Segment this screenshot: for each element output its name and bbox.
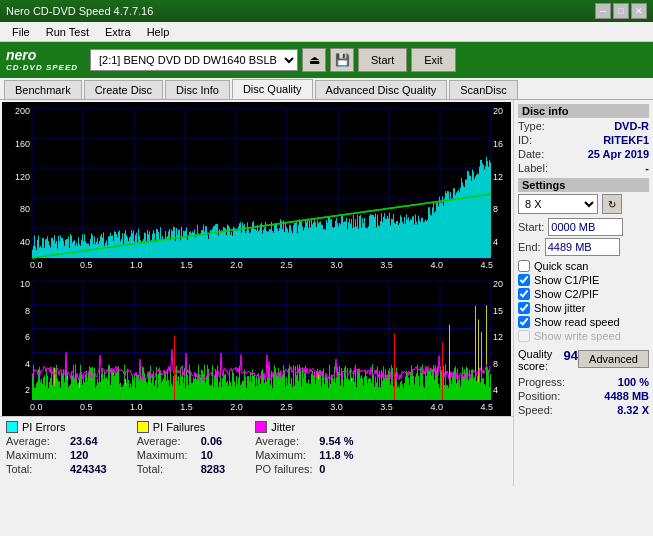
- legend-pi-failures: PI Failures Average: 0.06 Maximum: 10 To…: [137, 421, 225, 482]
- pi-failures-title: PI Failures: [153, 421, 206, 433]
- pi-failures-total-label: Total:: [137, 463, 197, 475]
- bottom-chart: 108642 20151284 0.00.51.01.52.02.53.03.5…: [2, 275, 511, 416]
- tab-disc-quality[interactable]: Disc Quality: [232, 79, 313, 99]
- quick-scan-label: Quick scan: [534, 260, 588, 272]
- jitter-max-value: 11.8 %: [319, 449, 353, 461]
- progress-label: Progress:: [518, 376, 565, 388]
- show-c2-pif-row: Show C2/PIF: [518, 288, 649, 300]
- speed-label: Speed:: [518, 404, 553, 416]
- legend-pi-errors: PI Errors Average: 23.64 Maximum: 120 To…: [6, 421, 107, 482]
- minimize-button[interactable]: ─: [595, 3, 611, 19]
- jitter-avg-value: 9.54 %: [319, 435, 353, 447]
- show-read-speed-label: Show read speed: [534, 316, 620, 328]
- jitter-po-failures-value: 0: [319, 463, 325, 475]
- pi-errors-color-box: [6, 421, 18, 433]
- pi-errors-avg-value: 23.64: [70, 435, 98, 447]
- menu-bar: File Run Test Extra Help: [0, 22, 653, 42]
- menu-file[interactable]: File: [4, 24, 38, 40]
- tab-benchmark[interactable]: Benchmark: [4, 80, 82, 99]
- pi-errors-max-value: 120: [70, 449, 88, 461]
- eject-icon-button[interactable]: ⏏: [302, 48, 326, 72]
- quick-scan-checkbox[interactable]: [518, 260, 530, 272]
- show-read-speed-row: Show read speed: [518, 316, 649, 328]
- advanced-button[interactable]: Advanced: [578, 350, 649, 368]
- toolbar: nero CD·DVD SPEED [2:1] BENQ DVD DD DW16…: [0, 42, 653, 78]
- close-button[interactable]: ✕: [631, 3, 647, 19]
- legend-area: PI Errors Average: 23.64 Maximum: 120 To…: [0, 416, 513, 486]
- pi-errors-total-label: Total:: [6, 463, 66, 475]
- top-chart-canvas: [2, 102, 511, 274]
- tab-scan-disc[interactable]: ScanDisc: [449, 80, 517, 99]
- jitter-title: Jitter: [271, 421, 295, 433]
- pi-failures-color-box: [137, 421, 149, 433]
- id-label: ID:: [518, 134, 532, 146]
- quality-score-value: 94: [564, 348, 578, 372]
- pi-failures-avg-value: 0.06: [201, 435, 222, 447]
- type-value: DVD-R: [614, 120, 649, 132]
- tab-disc-info[interactable]: Disc Info: [165, 80, 230, 99]
- disc-info-title: Disc info: [518, 104, 649, 118]
- pi-errors-avg-label: Average:: [6, 435, 66, 447]
- pi-errors-title: PI Errors: [22, 421, 65, 433]
- pi-errors-total-value: 424343: [70, 463, 107, 475]
- end-mb-input[interactable]: [545, 238, 620, 256]
- jitter-max-label: Maximum:: [255, 449, 315, 461]
- maximize-button[interactable]: □: [613, 3, 629, 19]
- menu-extra[interactable]: Extra: [97, 24, 139, 40]
- drive-select[interactable]: [2:1] BENQ DVD DD DW1640 BSLB: [90, 49, 298, 71]
- refresh-icon[interactable]: ↻: [602, 194, 622, 214]
- position-value: 4488 MB: [604, 390, 649, 402]
- menu-help[interactable]: Help: [139, 24, 178, 40]
- nero-logo: nero CD·DVD SPEED: [6, 48, 78, 72]
- progress-value: 100 %: [618, 376, 649, 388]
- show-jitter-checkbox[interactable]: [518, 302, 530, 314]
- tab-advanced-disc-quality[interactable]: Advanced Disc Quality: [315, 80, 448, 99]
- date-label: Date:: [518, 148, 544, 160]
- quality-score-label: Quality score:: [518, 348, 564, 372]
- start-mb-label: Start:: [518, 221, 544, 233]
- id-value: RITEKF1: [603, 134, 649, 146]
- speed-value: 8.32 X: [617, 404, 649, 416]
- title-bar-controls: ─ □ ✕: [595, 3, 647, 19]
- start-button[interactable]: Start: [358, 48, 407, 72]
- menu-run-test[interactable]: Run Test: [38, 24, 97, 40]
- speed-select[interactable]: 8 X: [518, 194, 598, 214]
- pi-failures-max-label: Maximum:: [137, 449, 197, 461]
- save-icon-button[interactable]: 💾: [330, 48, 354, 72]
- pi-failures-total-value: 8283: [201, 463, 225, 475]
- quick-scan-row: Quick scan: [518, 260, 649, 272]
- title-bar: Nero CD-DVD Speed 4.7.7.16 ─ □ ✕: [0, 0, 653, 22]
- right-panel: Disc info Type: DVD-R ID: RITEKF1 Date: …: [513, 100, 653, 486]
- end-mb-label: End:: [518, 241, 541, 253]
- show-c2-pif-checkbox[interactable]: [518, 288, 530, 300]
- exit-button[interactable]: Exit: [411, 48, 455, 72]
- position-label: Position:: [518, 390, 560, 402]
- pi-failures-avg-label: Average:: [137, 435, 197, 447]
- settings-group: Settings 8 X ↻ Start: End: Quick scan: [518, 178, 649, 416]
- tabs: Benchmark Create Disc Disc Info Disc Qua…: [0, 78, 653, 100]
- jitter-color-box: [255, 421, 267, 433]
- legend-jitter: Jitter Average: 9.54 % Maximum: 11.8 % P…: [255, 421, 353, 482]
- show-c1-pie-checkbox[interactable]: [518, 274, 530, 286]
- show-jitter-row: Show jitter: [518, 302, 649, 314]
- bottom-chart-canvas: [2, 275, 511, 416]
- start-mb-input[interactable]: [548, 218, 623, 236]
- title-bar-text: Nero CD-DVD Speed 4.7.7.16: [6, 5, 153, 17]
- show-jitter-label: Show jitter: [534, 302, 585, 314]
- jitter-po-failures-label: PO failures:: [255, 463, 315, 475]
- disc-label-value: -: [645, 162, 649, 174]
- pi-errors-max-label: Maximum:: [6, 449, 66, 461]
- tab-create-disc[interactable]: Create Disc: [84, 80, 163, 99]
- show-read-speed-checkbox[interactable]: [518, 316, 530, 328]
- jitter-avg-label: Average:: [255, 435, 315, 447]
- settings-title: Settings: [518, 178, 649, 192]
- progress-section: Progress: 100 % Position: 4488 MB Speed:…: [518, 376, 649, 416]
- show-write-speed-row: Show write speed: [518, 330, 649, 342]
- show-c2-pif-label: Show C2/PIF: [534, 288, 599, 300]
- pi-failures-max-value: 10: [201, 449, 213, 461]
- show-write-speed-label: Show write speed: [534, 330, 621, 342]
- main-content: 2001601208040 20161284 0.00.51.01.52.02.…: [0, 100, 653, 486]
- date-value: 25 Apr 2019: [588, 148, 649, 160]
- top-chart: 2001601208040 20161284 0.00.51.01.52.02.…: [2, 102, 511, 274]
- show-write-speed-checkbox[interactable]: [518, 330, 530, 342]
